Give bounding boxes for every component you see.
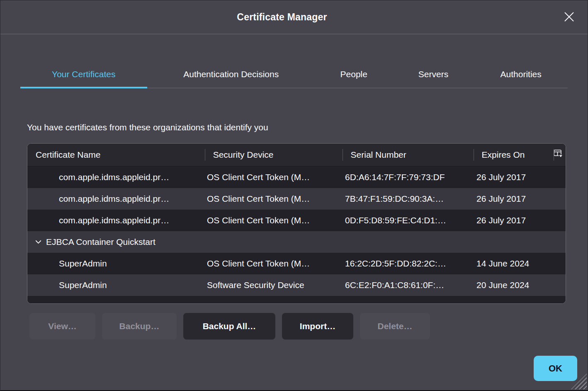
cell-expires-on: 26 July 2017 xyxy=(475,215,555,225)
table-row[interactable]: com.apple.idms.appleid.pr… OS Client Cer… xyxy=(27,166,566,188)
close-icon xyxy=(564,11,575,24)
chevron-down-icon[interactable] xyxy=(35,240,41,244)
tab-strip: Your Certificates Authentication Decisio… xyxy=(20,61,568,88)
cell-security-device: OS Client Cert Token (M… xyxy=(205,194,343,204)
cell-expires-on: 14 June 2024 xyxy=(475,259,555,269)
import-button[interactable]: Import… xyxy=(282,313,353,340)
cell-security-device: OS Client Cert Token (M… xyxy=(205,172,343,182)
table-row[interactable]: SuperAdmin Software Security Device 6C:E… xyxy=(27,274,566,296)
group-label: EJBCA Sample xyxy=(46,302,106,303)
cell-certificate-name: com.apple.idms.appleid.pr… xyxy=(27,215,205,225)
tab-servers[interactable]: Servers xyxy=(393,61,474,88)
column-header-security-device[interactable]: Security Device xyxy=(205,144,343,166)
table-row[interactable]: com.apple.idms.appleid.pr… OS Client Cer… xyxy=(27,210,566,231)
dialog-body: Your Certificates Authentication Decisio… xyxy=(0,61,588,340)
cell-serial-number: 6D:A6:14:7F:7F:79:73:DF xyxy=(343,172,475,182)
cell-serial-number: 7B:47:F1:59:DC:90:3A:… xyxy=(343,194,475,204)
table-row[interactable]: SuperAdmin OS Client Cert Token (M… 16:2… xyxy=(27,253,566,274)
view-button[interactable]: View… xyxy=(29,313,95,340)
cell-certificate-name: SuperAdmin xyxy=(27,259,205,269)
cell-certificate-name: SuperAdmin xyxy=(27,280,205,290)
certificate-table: Certificate Name Security Device Serial … xyxy=(27,143,566,304)
cell-certificate-name: com.apple.idms.appleid.pr… xyxy=(27,172,205,182)
column-header-certificate-name[interactable]: Certificate Name xyxy=(27,144,205,166)
table-group-row-clipped[interactable]: EJBCA Sample xyxy=(27,296,566,303)
column-header-expires-on[interactable]: Expires On xyxy=(474,144,554,166)
titlebar: Certificate Manager xyxy=(0,0,588,34)
table-body: com.apple.idms.appleid.pr… OS Client Cer… xyxy=(27,166,566,303)
cell-security-device: OS Client Cert Token (M… xyxy=(205,259,343,269)
intro-text: You have certificates from these organiz… xyxy=(27,122,568,132)
cell-security-device: Software Security Device xyxy=(205,280,343,290)
tab-authorities[interactable]: Authorities xyxy=(474,61,568,88)
cell-security-device: OS Client Cert Token (M… xyxy=(205,215,343,225)
table-group-row[interactable]: EJBCA Container Quickstart xyxy=(27,231,566,253)
cell-expires-on: 26 July 2017 xyxy=(475,194,555,204)
tab-authentication-decisions[interactable]: Authentication Decisions xyxy=(147,61,315,88)
close-button[interactable] xyxy=(563,11,575,24)
column-picker-icon xyxy=(554,149,563,160)
certificate-manager-dialog: Certificate Manager Your Certificates Au… xyxy=(0,0,588,391)
dialog-title: Certificate Manager xyxy=(237,12,327,23)
table-row[interactable]: com.apple.idms.appleid.pr… OS Client Cer… xyxy=(27,188,566,210)
cell-certificate-name: com.apple.idms.appleid.pr… xyxy=(27,194,205,204)
backup-all-button[interactable]: Backup All… xyxy=(183,313,275,340)
cell-serial-number: 16:2C:2D:5F:DD:82:2C:… xyxy=(343,259,475,269)
cell-serial-number: 6C:E2:F0:A1:C8:61:0F:… xyxy=(343,280,475,290)
delete-button[interactable]: Delete… xyxy=(360,313,430,340)
cell-expires-on: 26 July 2017 xyxy=(475,172,555,182)
group-label: EJBCA Container Quickstart xyxy=(46,237,156,247)
action-button-row: View… Backup… Backup All… Import… Delete… xyxy=(29,313,568,340)
ok-button[interactable]: OK xyxy=(534,356,577,381)
column-picker-button[interactable] xyxy=(554,144,566,166)
backup-button[interactable]: Backup… xyxy=(102,313,177,340)
tab-people[interactable]: People xyxy=(315,61,393,88)
cell-serial-number: 0D:F5:D8:59:FE:C4:D1:… xyxy=(343,215,475,225)
tab-your-certificates[interactable]: Your Certificates xyxy=(20,61,147,88)
column-header-serial-number[interactable]: Serial Number xyxy=(343,144,474,166)
table-header: Certificate Name Security Device Serial … xyxy=(27,144,566,166)
cell-expires-on: 20 June 2024 xyxy=(475,280,555,290)
